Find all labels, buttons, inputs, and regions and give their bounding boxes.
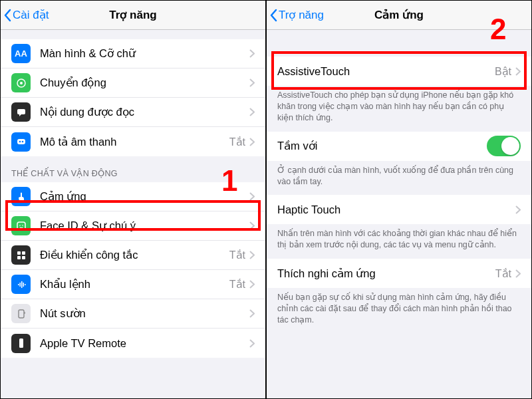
- row-label: Nội dung được đọc: [40, 106, 249, 118]
- row-haptic-touch[interactable]: Haptic Touch: [267, 195, 531, 224]
- row-label: Thích nghi cảm ứng: [277, 267, 495, 280]
- chevron-right-icon: [249, 138, 255, 146]
- row-motion[interactable]: Chuyển động: [1, 68, 265, 98]
- back-button[interactable]: Cài đặt: [1, 8, 49, 22]
- svg-rect-6: [17, 222, 25, 230]
- chevron-right-icon: [515, 67, 521, 76]
- row-trailing: [515, 205, 521, 214]
- voice-icon: [11, 275, 31, 294]
- side-button-icon: [11, 304, 31, 323]
- svg-rect-15: [21, 281, 23, 288]
- row-switch-control[interactable]: Điều khiển công tắc Tắt: [1, 241, 265, 270]
- row-trailing: Tắt: [229, 278, 255, 291]
- audio-description-icon: [11, 132, 31, 152]
- svg-rect-20: [19, 338, 23, 348]
- footer-assistivetouch: AssistiveTouch cho phép bạn sử dụng iPho…: [267, 86, 531, 132]
- svg-rect-14: [19, 283, 21, 287]
- row-appletv-remote[interactable]: Apple TV Remote: [1, 329, 265, 358]
- row-trailing: [249, 49, 255, 58]
- back-label: Trợ năng: [279, 8, 324, 22]
- group-touch-accommodations: Thích nghi cảm ứng Tắt: [267, 259, 531, 288]
- row-value: Tắt: [229, 136, 245, 148]
- group-physical: Cảm ứng Face ID & Sự chú ý Điều khiển cô…: [1, 182, 265, 358]
- group-reachability: Tầm với: [267, 132, 531, 161]
- chevron-right-icon: [249, 78, 255, 87]
- svg-rect-16: [23, 283, 24, 287]
- text-size-icon: AA: [11, 44, 31, 63]
- row-side-button[interactable]: Nút sườn: [1, 299, 265, 329]
- group-assistivetouch: AssistiveTouch Bật: [267, 57, 531, 86]
- svg-rect-2: [17, 109, 25, 114]
- row-trailing: [249, 78, 255, 87]
- motion-icon: [11, 73, 31, 92]
- row-label: Apple TV Remote: [40, 337, 249, 350]
- back-label: Cài đặt: [13, 8, 49, 22]
- nav-header: Trợ năng Cảm ứng: [267, 1, 531, 30]
- appletv-remote-icon: [11, 334, 31, 353]
- row-trailing: [249, 339, 255, 348]
- footer-reachability: Ở cạnh dưới của màn hình, vuốt xuống để …: [267, 161, 531, 196]
- svg-point-8: [22, 225, 23, 226]
- svg-point-7: [19, 225, 21, 226]
- row-trailing: Tắt: [229, 136, 255, 148]
- svg-rect-18: [19, 310, 24, 318]
- group-vision: AA Màn hình & Cỡ chữ Chuyển động Nội dun…: [1, 39, 265, 156]
- row-value: Tắt: [229, 249, 245, 261]
- row-label: Mô tả âm thanh: [40, 136, 229, 148]
- row-trailing: [249, 221, 255, 230]
- back-button[interactable]: Trợ năng: [267, 8, 324, 22]
- pane-touch: Trợ năng Cảm ứng AssistiveTouch Bật Assi…: [267, 1, 531, 398]
- chevron-right-icon: [249, 221, 255, 230]
- row-voice-control[interactable]: Khẩu lệnh Tắt: [1, 270, 265, 299]
- pane-accessibility: Cài đặt Trợ năng AA Màn hình & Cỡ chữ Ch…: [1, 1, 265, 398]
- chevron-right-icon: [249, 339, 255, 348]
- row-trailing: [249, 309, 255, 318]
- row-trailing: [249, 192, 255, 201]
- chevron-left-icon: [3, 9, 11, 22]
- footer-touch-accommodations: Nếu bạn gặp sự cố khi sử dụng màn hình c…: [267, 288, 531, 334]
- row-display-text-size[interactable]: AA Màn hình & Cỡ chữ: [1, 39, 265, 68]
- svg-point-4: [19, 141, 21, 143]
- row-label: Face ID & Sự chú ý: [40, 219, 249, 232]
- switch-control-icon: [11, 245, 31, 265]
- footer-haptic: Nhấn trên màn hình với các khoảng thời g…: [267, 224, 531, 259]
- row-touch-accommodations[interactable]: Thích nghi cảm ứng Tắt: [267, 259, 531, 288]
- svg-rect-19: [24, 312, 25, 314]
- svg-point-1: [20, 82, 23, 84]
- row-label: Tầm với: [277, 140, 487, 152]
- row-reachability[interactable]: Tầm với: [267, 132, 531, 161]
- chevron-right-icon: [249, 49, 255, 58]
- row-label: Khẩu lệnh: [40, 278, 229, 291]
- chevron-right-icon: [515, 269, 521, 278]
- row-label: Điều khiển công tắc: [40, 249, 229, 261]
- touch-icon: [11, 187, 31, 206]
- svg-rect-9: [17, 251, 21, 255]
- chevron-right-icon: [249, 251, 255, 259]
- svg-rect-13: [18, 284, 19, 285]
- row-trailing: [249, 108, 255, 116]
- row-spoken-content[interactable]: Nội dung được đọc: [1, 98, 265, 127]
- section-header-physical: THỂ CHẤT VÀ VẬN ĐỘNG: [1, 156, 265, 182]
- group-haptic: Haptic Touch: [267, 195, 531, 224]
- row-trailing: Bật: [495, 65, 521, 78]
- svg-rect-3: [17, 139, 25, 144]
- toggle-reachability[interactable]: [487, 136, 521, 156]
- row-trailing: [487, 136, 521, 156]
- chevron-right-icon: [249, 192, 255, 201]
- row-faceid[interactable]: Face ID & Sự chú ý: [1, 211, 265, 241]
- row-assistivetouch[interactable]: AssistiveTouch Bật: [267, 57, 531, 86]
- svg-rect-10: [22, 251, 25, 255]
- row-label: AssistiveTouch: [277, 65, 495, 78]
- row-label: Cảm ứng: [40, 190, 249, 203]
- faceid-icon: [11, 216, 31, 235]
- row-trailing: Tắt: [229, 249, 255, 261]
- row-value: Bật: [495, 65, 511, 78]
- svg-rect-11: [17, 256, 21, 259]
- row-label: Màn hình & Cỡ chữ: [40, 47, 249, 60]
- row-touch[interactable]: Cảm ứng: [1, 182, 265, 211]
- speech-bubble-icon: [11, 102, 31, 122]
- row-audio-descriptions[interactable]: Mô tả âm thanh Tắt: [1, 127, 265, 156]
- row-value: Tắt: [229, 278, 245, 291]
- row-value: Tắt: [495, 267, 511, 280]
- svg-rect-17: [25, 284, 26, 285]
